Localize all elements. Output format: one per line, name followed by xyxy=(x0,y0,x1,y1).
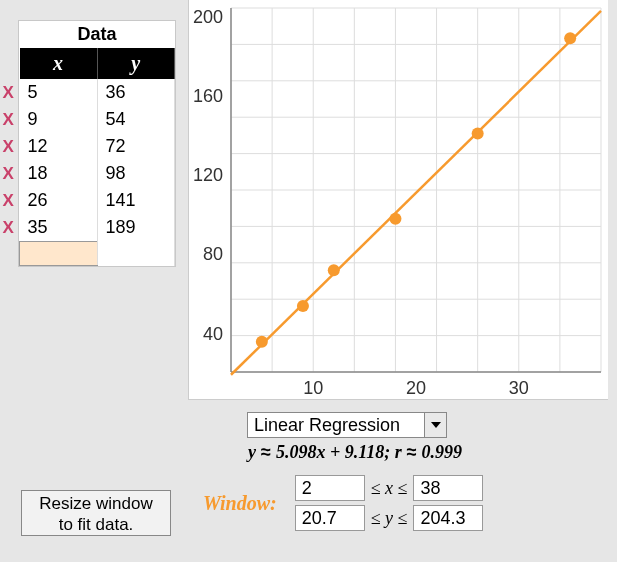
table-row-empty xyxy=(20,242,175,266)
svg-point-36 xyxy=(472,127,484,139)
y-cell[interactable]: 141 xyxy=(97,187,175,214)
regression-dropdown[interactable]: Linear Regression xyxy=(247,412,447,438)
x-header: x xyxy=(20,48,98,79)
x-cell[interactable]: 35X xyxy=(20,214,98,242)
table-row: 12X72 xyxy=(20,133,175,160)
svg-text:200: 200 xyxy=(193,7,223,27)
chevron-down-icon xyxy=(424,413,446,437)
y-cell[interactable]: 54 xyxy=(97,106,175,133)
x-range-expr: ≤ x ≤ xyxy=(371,478,408,499)
ymax-input[interactable] xyxy=(413,505,483,531)
table-row: 9X54 xyxy=(20,106,175,133)
delete-row-icon[interactable]: X xyxy=(3,191,14,211)
svg-point-35 xyxy=(389,213,401,225)
y-cell[interactable]: 72 xyxy=(97,133,175,160)
x-input-cell[interactable] xyxy=(20,242,98,266)
svg-text:160: 160 xyxy=(193,86,223,106)
table-row: 26X141 xyxy=(20,187,175,214)
x-cell[interactable]: 12X xyxy=(20,133,98,160)
xmin-input[interactable] xyxy=(295,475,365,501)
x-cell[interactable]: 26X xyxy=(20,187,98,214)
x-cell[interactable]: 18X xyxy=(20,160,98,187)
table-row: 5X36 xyxy=(20,79,175,106)
xmax-input[interactable] xyxy=(413,475,483,501)
y-cell[interactable]: 98 xyxy=(97,160,175,187)
data-table: x y 5X369X5412X7218X9826X14135X189 xyxy=(19,48,175,266)
svg-line-31 xyxy=(231,11,601,375)
delete-row-icon[interactable]: X xyxy=(3,164,14,184)
window-label: Window: xyxy=(203,492,277,515)
delete-row-icon[interactable]: X xyxy=(3,218,14,238)
svg-text:30: 30 xyxy=(509,378,529,398)
y-cell[interactable]: 189 xyxy=(97,214,175,242)
chart: 1020304080120160200 xyxy=(188,0,608,400)
svg-text:10: 10 xyxy=(303,378,323,398)
y-input-cell[interactable] xyxy=(97,242,175,266)
data-panel: Data x y 5X369X5412X7218X9826X14135X189 xyxy=(18,20,176,267)
y-cell[interactable]: 36 xyxy=(97,79,175,106)
svg-text:20: 20 xyxy=(406,378,426,398)
x-cell[interactable]: 9X xyxy=(20,106,98,133)
svg-marker-38 xyxy=(431,422,441,428)
y-range-expr: ≤ y ≤ xyxy=(371,508,408,529)
svg-point-34 xyxy=(328,264,340,276)
svg-text:80: 80 xyxy=(203,244,223,264)
delete-row-icon[interactable]: X xyxy=(3,83,14,103)
delete-row-icon[interactable]: X xyxy=(3,110,14,130)
data-title: Data xyxy=(19,21,175,48)
svg-text:40: 40 xyxy=(203,324,223,344)
x-cell[interactable]: 5X xyxy=(20,79,98,106)
table-row: 18X98 xyxy=(20,160,175,187)
y-header: y xyxy=(97,48,175,79)
regression-equation: y ≈ 5.098x + 9.118; r ≈ 0.999 xyxy=(248,442,462,463)
delete-row-icon[interactable]: X xyxy=(3,137,14,157)
svg-text:120: 120 xyxy=(193,165,223,185)
table-row: 35X189 xyxy=(20,214,175,242)
window-controls: Window: ≤ x ≤ ≤ y ≤ xyxy=(203,475,483,531)
svg-point-32 xyxy=(256,336,268,348)
dropdown-label: Linear Regression xyxy=(254,415,400,436)
resize-window-button[interactable]: Resize window to fit data. xyxy=(21,490,171,536)
svg-point-33 xyxy=(297,300,309,312)
svg-point-37 xyxy=(564,32,576,44)
ymin-input[interactable] xyxy=(295,505,365,531)
